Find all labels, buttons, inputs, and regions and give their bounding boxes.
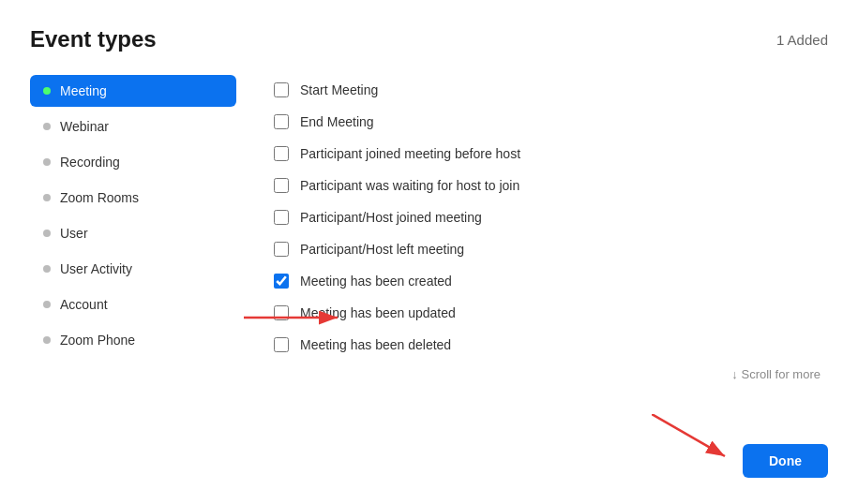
- checkbox-end-meeting[interactable]: [274, 114, 289, 129]
- done-button[interactable]: Done: [743, 444, 828, 478]
- checkbox-meeting-deleted[interactable]: [274, 337, 289, 352]
- event-label-participant-host-left: Participant/Host left meeting: [300, 242, 464, 257]
- event-label-end-meeting: End Meeting: [300, 114, 374, 129]
- event-item-meeting-deleted: Meeting has been deleted: [274, 330, 828, 360]
- event-item-participant-host-joined: Participant/Host joined meeting: [274, 202, 828, 232]
- event-label-participant-waiting-for-host: Participant was waiting for host to join: [300, 178, 519, 193]
- checkbox-meeting-updated[interactable]: [274, 305, 289, 320]
- sidebar-item-meeting[interactable]: Meeting: [30, 75, 236, 107]
- scroll-hint: ↓ Scroll for more: [274, 367, 828, 381]
- event-label-meeting-created: Meeting has been created: [300, 274, 452, 289]
- content-area: MeetingWebinarRecordingZoom RoomsUserUse…: [30, 75, 828, 478]
- event-label-participant-host-joined: Participant/Host joined meeting: [300, 210, 482, 225]
- event-label-participant-joined-before-host: Participant joined meeting before host: [300, 146, 520, 161]
- sidebar-label-meeting: Meeting: [60, 83, 107, 98]
- sidebar-item-account[interactable]: Account: [30, 289, 236, 320]
- event-item-meeting-created: Meeting has been created: [274, 266, 828, 296]
- page-header: Event types 1 Added: [30, 26, 828, 52]
- sidebar-dot-account: [43, 301, 51, 308]
- sidebar-label-account: Account: [60, 297, 108, 312]
- event-label-meeting-deleted: Meeting has been deleted: [300, 337, 451, 352]
- event-item-participant-waiting-for-host: Participant was waiting for host to join: [274, 170, 828, 200]
- event-item-participant-joined-before-host: Participant joined meeting before host: [274, 139, 828, 169]
- sidebar-dot-zoom-phone: [43, 336, 51, 344]
- event-label-meeting-updated: Meeting has been updated: [300, 305, 456, 320]
- sidebar: MeetingWebinarRecordingZoom RoomsUserUse…: [30, 75, 236, 478]
- checkbox-start-meeting[interactable]: [274, 82, 289, 97]
- sidebar-dot-user-activity: [43, 265, 51, 273]
- sidebar-dot-meeting: [43, 87, 51, 95]
- event-item-meeting-updated: Meeting has been updated: [274, 298, 828, 328]
- checkbox-participant-host-left[interactable]: [274, 242, 289, 257]
- sidebar-dot-webinar: [43, 123, 51, 130]
- sidebar-item-webinar[interactable]: Webinar: [30, 111, 236, 142]
- sidebar-item-zoom-phone[interactable]: Zoom Phone: [30, 324, 236, 356]
- sidebar-label-user: User: [60, 226, 88, 241]
- sidebar-item-zoom-rooms[interactable]: Zoom Rooms: [30, 182, 236, 214]
- sidebar-label-webinar: Webinar: [60, 119, 109, 134]
- event-item-participant-host-left: Participant/Host left meeting: [274, 234, 828, 264]
- checkbox-participant-waiting-for-host[interactable]: [274, 178, 289, 193]
- sidebar-label-zoom-rooms: Zoom Rooms: [60, 190, 139, 205]
- sidebar-label-zoom-phone: Zoom Phone: [60, 333, 135, 348]
- sidebar-item-user-activity[interactable]: User Activity: [30, 253, 236, 285]
- events-panel: Start MeetingEnd MeetingParticipant join…: [236, 75, 828, 478]
- event-item-start-meeting: Start Meeting: [274, 75, 828, 105]
- page-title: Event types: [30, 26, 157, 52]
- sidebar-label-user-activity: User Activity: [60, 261, 132, 276]
- sidebar-dot-user: [43, 230, 51, 237]
- event-item-end-meeting: End Meeting: [274, 107, 828, 137]
- sidebar-item-user[interactable]: User: [30, 217, 236, 249]
- sidebar-dot-recording: [43, 158, 51, 166]
- sidebar-dot-zoom-rooms: [43, 194, 51, 201]
- checkbox-meeting-created[interactable]: [274, 274, 289, 289]
- checkbox-participant-host-joined[interactable]: [274, 210, 289, 225]
- event-label-start-meeting: Start Meeting: [300, 82, 378, 97]
- added-badge: 1 Added: [776, 32, 828, 48]
- sidebar-label-recording: Recording: [60, 155, 120, 170]
- checkbox-participant-joined-before-host[interactable]: [274, 146, 289, 161]
- sidebar-item-recording[interactable]: Recording: [30, 146, 236, 178]
